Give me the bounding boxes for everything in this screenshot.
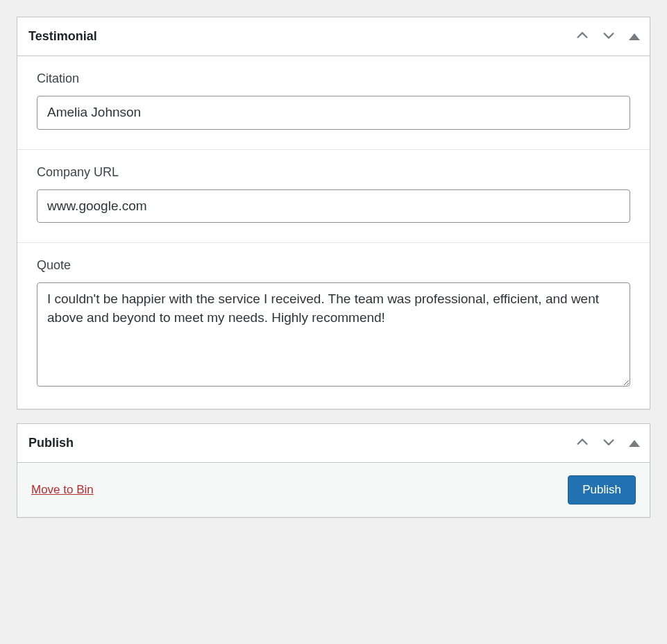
publish-header: Publish (17, 424, 650, 463)
chevron-up-icon (575, 28, 590, 45)
company-url-label: Company URL (37, 165, 630, 180)
move-down-button[interactable] (598, 25, 619, 48)
publish-button[interactable]: Publish (568, 475, 636, 505)
move-down-button[interactable] (598, 432, 619, 455)
quote-field-group: Quote I couldn't be happier with the ser… (17, 243, 650, 409)
chevron-down-icon (601, 28, 616, 45)
testimonial-header: Testimonial (17, 17, 650, 56)
move-up-button[interactable] (572, 25, 593, 48)
testimonial-title: Testimonial (28, 29, 97, 44)
testimonial-handle-actions (572, 25, 641, 48)
quote-label: Quote (37, 258, 630, 273)
testimonial-body: Citation Company URL Quote I couldn't be… (17, 56, 650, 409)
publish-title: Publish (28, 436, 74, 450)
chevron-down-icon (601, 434, 616, 452)
publish-metabox: Publish Move to Bin Publish (17, 423, 650, 518)
move-to-bin-link[interactable]: Move to Bin (31, 483, 94, 497)
triangle-up-icon (629, 33, 640, 40)
quote-textarea[interactable]: I couldn't be happier with the service I… (37, 282, 630, 387)
toggle-panel-button[interactable] (625, 31, 641, 43)
company-url-input[interactable] (37, 189, 630, 223)
citation-label: Citation (37, 71, 630, 86)
toggle-panel-button[interactable] (625, 437, 641, 450)
company-url-field-group: Company URL (17, 150, 650, 244)
citation-field-group: Citation (17, 56, 650, 150)
publish-body: Move to Bin Publish (17, 463, 650, 517)
publish-handle-actions (572, 432, 641, 455)
testimonial-metabox: Testimonial Citation Company URL (17, 17, 650, 409)
triangle-up-icon (629, 440, 640, 447)
chevron-up-icon (575, 434, 590, 452)
move-up-button[interactable] (572, 432, 593, 455)
citation-input[interactable] (37, 96, 630, 130)
